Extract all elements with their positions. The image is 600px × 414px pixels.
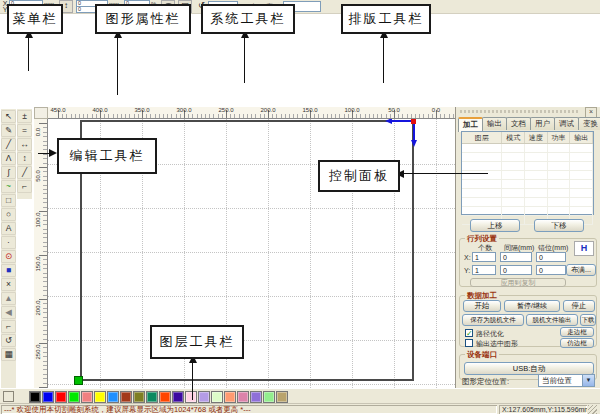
output-selected-checkbox[interactable] (465, 339, 473, 347)
color-swatch[interactable] (211, 391, 223, 403)
callout-edit-toolbar: 编辑工具栏 (57, 138, 157, 174)
slant-icon[interactable]: ╱ (17, 166, 32, 179)
point-icon[interactable]: · (1, 236, 16, 249)
select-icon[interactable]: ↖ (1, 110, 16, 123)
table-cell (570, 189, 593, 197)
color-swatch[interactable] (276, 391, 288, 403)
node-edit-icon[interactable]: ✎ (1, 124, 16, 137)
fill-button[interactable]: 布满... (566, 264, 596, 276)
color-swatch[interactable] (81, 391, 93, 403)
table-row[interactable] (462, 198, 593, 207)
ellipse-icon[interactable]: ○ (1, 208, 16, 221)
tab-加工[interactable]: 加工 (458, 117, 483, 132)
table-cell (570, 171, 593, 179)
hatch-fill-icon[interactable]: ▦ (1, 348, 16, 361)
table-row[interactable] (462, 162, 593, 171)
corner-icon[interactable]: ⌐ (1, 320, 16, 333)
color-swatch[interactable] (42, 391, 54, 403)
text-icon[interactable]: A (1, 222, 16, 235)
resize-grip[interactable] (588, 405, 597, 414)
color-swatch[interactable] (198, 391, 210, 403)
coordinate-readout: X:127.605mm,Y:115.596mm (499, 405, 587, 414)
no-color-button[interactable] (3, 391, 14, 402)
callout-arrow (117, 38, 118, 95)
tab-用户[interactable]: 用户 (530, 117, 555, 130)
color-swatch[interactable] (263, 391, 275, 403)
y-offset-field[interactable]: 0 (536, 265, 566, 275)
line-icon[interactable]: ╱ (1, 138, 16, 151)
mimic-border-button[interactable]: 仿边框 (560, 338, 594, 348)
x-count-field[interactable]: 1 (472, 252, 496, 262)
table-cell (502, 198, 525, 206)
apply-to-copy-button[interactable]: 应用到复制 (470, 278, 566, 287)
color-swatch[interactable] (107, 391, 119, 403)
tab-文档[interactable]: 文档 (506, 117, 531, 130)
callout-arrow (383, 38, 384, 83)
table-row[interactable] (462, 207, 593, 216)
tab-输出[interactable]: 输出 (482, 117, 507, 130)
move-up-button[interactable]: 上移 (470, 219, 520, 232)
color-swatch[interactable] (146, 391, 158, 403)
callout-layout-toolbar: 排版工具栏 (341, 4, 431, 34)
corner-align-icon[interactable]: ⌐ (17, 180, 32, 193)
color-swatch[interactable] (55, 391, 67, 403)
chevron-down-icon[interactable]: ▼ (582, 375, 594, 386)
bezier-icon[interactable]: ∫ (1, 166, 16, 179)
table-row[interactable] (462, 180, 593, 189)
table-row[interactable] (462, 189, 593, 198)
table-row[interactable] (462, 144, 593, 153)
path-optimize-checkbox[interactable]: ✓ (465, 329, 473, 337)
offline-output-button[interactable]: 脱机文件输出 (526, 314, 578, 326)
position-select[interactable]: 当前位置 ▼ (538, 374, 595, 387)
polyline-icon[interactable]: Λ (1, 152, 16, 165)
y-gap-field[interactable]: 0 (500, 265, 532, 275)
rectangle-icon[interactable]: □ (1, 194, 16, 207)
move-down-button[interactable]: 下移 (534, 219, 584, 232)
delete-icon[interactable]: × (1, 278, 16, 291)
stop-button[interactable]: 停止 (563, 300, 595, 312)
save-offline-button[interactable]: 保存为脱机文件 (462, 314, 524, 326)
x-offset-field[interactable]: 0 (536, 252, 566, 262)
status-bar: ---* 欢迎使用本切割雕刻系统，建议屏幕显示区域为1024*768 或者更高 … (0, 403, 600, 414)
ruler-label: 250.0 (214, 107, 238, 113)
walk-border-button[interactable]: 走边框 (560, 327, 594, 337)
color-swatch[interactable] (159, 391, 171, 403)
color-swatch[interactable] (68, 391, 80, 403)
color-swatch[interactable] (94, 391, 106, 403)
tab-调试[interactable]: 调试 (554, 117, 579, 130)
table-row[interactable] (462, 153, 593, 162)
origin-y-arrow-icon (411, 140, 417, 147)
control-panel: × 加工输出文档用户调试变换 图层模式速度功率输出 上移 下移 行列设置 个数 … (456, 107, 600, 388)
mirror-vertical-icon[interactable]: ▲ (1, 292, 16, 305)
panel-grip[interactable] (460, 110, 580, 113)
color-swatch[interactable] (224, 391, 236, 403)
y-count-field[interactable]: 1 (472, 265, 496, 275)
marker-icon[interactable]: ⊙ (1, 250, 16, 263)
stretch-h-icon[interactable]: ↔ (17, 138, 32, 151)
pause-continue-button[interactable]: 暂停/继续 (504, 300, 560, 312)
tab-变换[interactable]: 变换 (578, 117, 600, 130)
selection-handle[interactable] (74, 376, 83, 385)
color-swatch[interactable] (185, 391, 197, 403)
color-swatch[interactable] (237, 391, 249, 403)
array-settings-group: 行列设置 个数 间隔(mm) 错位(mm) H X: 1 0 0 Y: 1 0 … (459, 238, 597, 287)
table-cell (570, 153, 593, 161)
download-button[interactable]: 下载 (580, 314, 596, 326)
spline-icon[interactable]: ~ (1, 180, 16, 193)
make-equal-icon[interactable]: = (17, 124, 32, 137)
color-swatch[interactable] (29, 391, 41, 403)
size-adjust-icon[interactable]: ± (17, 110, 32, 123)
stretch-v-icon[interactable]: ↕ (17, 152, 32, 165)
mirror-horizontal-icon[interactable]: ◀ (1, 306, 16, 319)
bitmap-icon[interactable]: ■ (1, 264, 16, 277)
table-cell (462, 144, 502, 152)
color-swatch[interactable] (120, 391, 132, 403)
color-swatch[interactable] (250, 391, 262, 403)
table-cell (548, 180, 571, 188)
x-gap-field[interactable]: 0 (500, 252, 532, 262)
start-button[interactable]: 开始 (463, 300, 501, 312)
rotate-icon[interactable]: ↺ (1, 334, 16, 347)
color-swatch[interactable] (172, 391, 184, 403)
color-swatch[interactable] (133, 391, 145, 403)
table-cell (525, 162, 548, 170)
